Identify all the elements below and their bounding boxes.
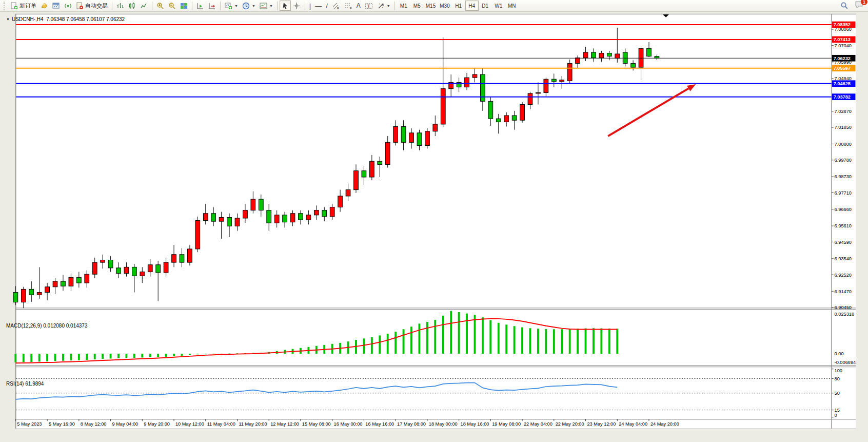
new-order-button[interactable]: 新订单: [8, 1, 38, 11]
candle-down: [156, 265, 161, 273]
text-tool-button[interactable]: A: [354, 1, 363, 11]
depth-of-market-button[interactable]: [38, 1, 50, 11]
auto-scroll-button[interactable]: [194, 1, 206, 11]
candle-down: [647, 48, 652, 56]
ohlc-high: 7.06458: [66, 16, 85, 22]
candle-down: [623, 52, 627, 64]
macd-indicator-label: MACD(12,26,9) 0.012080 0.014373: [6, 323, 87, 329]
indicators-button[interactable]: ▼: [223, 1, 240, 11]
auto-trading-button[interactable]: 自动交易: [74, 1, 110, 11]
chart-shift-button[interactable]: [206, 1, 218, 11]
timeframe-button-w1[interactable]: W1: [492, 1, 505, 11]
time-axis-label: 22 May 04:00: [524, 421, 553, 427]
signal-button[interactable]: [62, 1, 74, 11]
candle-down: [631, 64, 636, 68]
candle-up: [520, 104, 525, 120]
candlestick-chart-button[interactable]: [126, 1, 138, 11]
ohlc-low: 7.06107: [86, 16, 105, 22]
macd-histogram-bar: [569, 329, 571, 354]
macd-histogram-bar: [434, 320, 436, 354]
price-axis-label: 6.91470: [835, 289, 852, 294]
candle-down: [116, 268, 121, 274]
time-axis-label: 5 May 16:00: [49, 421, 75, 427]
macd-histogram-bar: [585, 329, 587, 354]
line-chart-button[interactable]: [138, 1, 150, 11]
time-axis-label: 8 May 12:00: [81, 421, 107, 427]
templates-icon: [260, 2, 267, 10]
time-axis-label: 18 May 00:00: [429, 421, 458, 427]
periods-button[interactable]: ▼: [240, 1, 258, 11]
candle-up: [69, 277, 73, 286]
timeframe-button-m30[interactable]: M30: [438, 1, 451, 11]
channel-tool-button[interactable]: E: [330, 1, 342, 11]
time-axis-label: 17 May 08:00: [397, 421, 426, 427]
search-button[interactable]: [838, 1, 851, 11]
vertical-line-icon: |: [309, 3, 311, 9]
candle-up: [148, 265, 152, 272]
notifications-button[interactable]: 1: [855, 1, 864, 11]
price-axis-label: 7.01850: [835, 125, 852, 130]
candle-up: [560, 80, 564, 82]
price-axis-label: 7.00800: [835, 142, 852, 147]
macd-histogram-bar: [38, 354, 41, 361]
channel-icon: E: [332, 2, 340, 10]
price-level-box-label: 7.04625: [834, 81, 851, 86]
rsi-axis-label: 0: [835, 413, 837, 418]
macd-histogram-bar: [394, 332, 397, 354]
candle-up: [124, 267, 129, 273]
rsi-name: RSI(14): [6, 381, 24, 387]
toolbar: 新订单 自动交易 ▼ ▼: [0, 0, 868, 12]
candle-down: [211, 214, 216, 221]
macd-histogram-bar: [165, 354, 167, 357]
bar-chart-button[interactable]: [114, 1, 126, 11]
rsi-axis-label: 15: [835, 408, 840, 413]
timeframe-button-h1[interactable]: H1: [452, 1, 465, 11]
templates-button[interactable]: ▼: [258, 1, 275, 11]
macd-signal-value: 0.014373: [66, 323, 88, 329]
candle-up: [101, 260, 105, 263]
chart-area[interactable]: 7.080607.070407.059907.049407.028707.018…: [0, 12, 868, 442]
price-axis-label: 6.93540: [835, 256, 852, 261]
macd-histogram-bar: [577, 329, 579, 354]
toolbar-separator: [220, 2, 221, 10]
zoom-out-button[interactable]: [166, 1, 178, 11]
candle-up: [219, 217, 224, 221]
fibonacci-tool-button[interactable]: F: [342, 1, 354, 11]
chart-window-button[interactable]: [50, 1, 62, 11]
candle-up: [330, 207, 334, 216]
arrows-tool-button[interactable]: ▼: [375, 1, 392, 11]
candle-up: [306, 215, 311, 220]
candle-down: [267, 210, 271, 223]
macd-histogram-bar: [498, 323, 500, 354]
zoom-in-button[interactable]: [154, 1, 166, 11]
timeframe-button-h4[interactable]: H4: [465, 1, 479, 11]
price-axis-label: 6.96660: [835, 207, 852, 212]
timeframe-button-m15[interactable]: M15: [424, 1, 438, 11]
macd-axis-label: 0.00: [835, 351, 844, 356]
candle-down: [76, 277, 81, 283]
trendline-tool-button[interactable]: /: [324, 1, 330, 11]
price-axis-label: 6.98730: [835, 174, 852, 179]
price-axis-label: 6.90450: [835, 305, 852, 310]
timeframe-button-m1[interactable]: M1: [397, 1, 410, 11]
timeframe-button-mn[interactable]: MN: [505, 1, 519, 11]
candle-down: [180, 255, 184, 262]
vertical-line-tool-button[interactable]: |: [307, 1, 313, 11]
cursor-tool-button[interactable]: [280, 1, 291, 11]
toolbar-separator: [394, 2, 395, 10]
horizontal-line-tool-button[interactable]: —: [313, 1, 324, 11]
text-icon: A: [357, 3, 361, 9]
label-tool-button[interactable]: T: [363, 1, 375, 11]
timeframe-button-d1[interactable]: D1: [479, 1, 492, 11]
time-axis-label: 12 May 12:00: [270, 421, 299, 427]
time-axis-label: 5 May 2023: [17, 421, 42, 427]
candle-down: [108, 260, 113, 268]
candle-up: [290, 214, 295, 222]
ohlc-open: 7.06348: [46, 16, 65, 22]
timeframe-button-m5[interactable]: M5: [410, 1, 424, 11]
macd-histogram-bar: [553, 329, 555, 354]
crosshair-tool-button[interactable]: [291, 1, 303, 11]
candle-up: [369, 161, 374, 177]
tile-windows-button[interactable]: [178, 1, 190, 11]
candle-up: [528, 93, 532, 105]
